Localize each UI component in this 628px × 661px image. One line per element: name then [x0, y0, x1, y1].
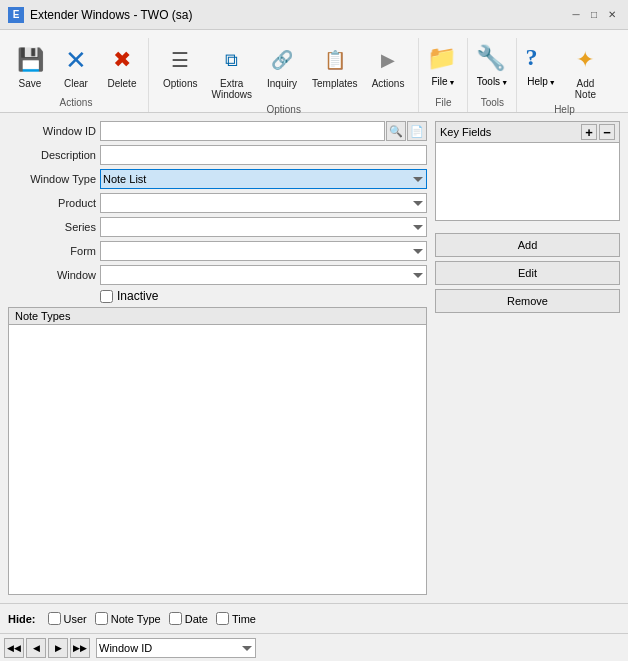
nav-dropdown[interactable]: Window ID	[96, 638, 256, 658]
edit-button[interactable]: Edit	[435, 261, 620, 285]
tools-label: Tools	[477, 76, 500, 87]
window-id-row: Window ID 🔍 📄	[8, 121, 427, 141]
key-fields-add-btn[interactable]: +	[581, 124, 597, 140]
note-types-header: Note Types	[9, 308, 426, 325]
time-checkbox[interactable]	[216, 612, 229, 625]
ribbon-file-items: 📁 File ▼	[423, 38, 463, 95]
templates-label: Templates	[312, 78, 358, 89]
inquiry-button[interactable]: 🔗 Inquiry	[260, 42, 304, 91]
time-label: Time	[232, 613, 256, 625]
note-type-checkbox[interactable]	[95, 612, 108, 625]
clear-button[interactable]: ✕ Clear	[54, 42, 98, 91]
templates-button[interactable]: 📋 Templates	[306, 42, 364, 91]
actions-button[interactable]: ▶ Actions	[366, 42, 411, 91]
note-types-box: Note Types	[8, 307, 427, 595]
product-label: Product	[8, 197, 96, 209]
ribbon-options-items: ☰ Options ⧉ ExtraWindows 🔗 Inquiry 📋 Tem…	[157, 38, 410, 102]
inactive-checkbox[interactable]	[100, 290, 113, 303]
time-checkbox-item: Time	[216, 612, 256, 625]
add-note-label: AddNote	[575, 78, 596, 100]
form-label: Form	[8, 245, 96, 257]
title-bar-text: Extender Windows - TWO (sa)	[30, 8, 568, 22]
window-id-label: Window ID	[8, 125, 96, 137]
inquiry-icon: 🔗	[266, 44, 298, 76]
ribbon-group-actions: 💾 Save ✕ Clear ✖ Delete Actions	[4, 38, 149, 112]
form-select[interactable]	[100, 241, 427, 261]
window-label: Window	[8, 269, 96, 281]
nav-first-button[interactable]: ◀◀	[4, 638, 24, 658]
file-icon: 📁	[427, 44, 459, 76]
nav-prev-button[interactable]: ◀	[26, 638, 46, 658]
ribbon-tools-items: 🔧 Tools ▼	[472, 38, 512, 95]
help-group-label: Help	[521, 102, 607, 119]
product-row: Product	[8, 193, 427, 213]
note-type-checkbox-item: Note Type	[95, 612, 161, 625]
series-row: Series	[8, 217, 427, 237]
delete-icon: ✖	[106, 44, 138, 76]
window-type-label: Window Type	[8, 173, 96, 185]
help-button[interactable]: ? Help ▼	[521, 42, 561, 89]
user-checkbox[interactable]	[48, 612, 61, 625]
delete-button[interactable]: ✖ Delete	[100, 42, 144, 91]
file-button[interactable]: 📁 File ▼	[423, 42, 463, 89]
inquiry-label: Inquiry	[267, 78, 297, 89]
actions-group-label: Actions	[8, 95, 144, 112]
key-fields-content	[436, 143, 619, 220]
close-button[interactable]: ✕	[604, 7, 620, 23]
window-row: Window	[8, 265, 427, 285]
options-button[interactable]: ☰ Options	[157, 42, 203, 91]
form-row: Form	[8, 241, 427, 261]
actions-label: Actions	[372, 78, 405, 89]
key-fields-buttons: + −	[581, 124, 615, 140]
right-action-buttons: Add Edit Remove	[435, 233, 620, 313]
product-select[interactable]	[100, 193, 427, 213]
remove-button[interactable]: Remove	[435, 289, 620, 313]
tools-arrow-icon: ▼	[501, 79, 508, 86]
date-checkbox-item: Date	[169, 612, 208, 625]
tools-button[interactable]: 🔧 Tools ▼	[472, 42, 512, 89]
minimize-button[interactable]: ─	[568, 7, 584, 23]
save-label: Save	[19, 78, 42, 89]
maximize-button[interactable]: □	[586, 7, 602, 23]
title-bar: E Extender Windows - TWO (sa) ─ □ ✕	[0, 0, 628, 30]
inactive-row: Inactive	[8, 289, 427, 303]
nav-last-button[interactable]: ▶▶	[70, 638, 90, 658]
ribbon-group-options: ☰ Options ⧉ ExtraWindows 🔗 Inquiry 📋 Tem…	[149, 38, 419, 112]
left-panel: Window ID 🔍 📄 Description Window Type No…	[8, 121, 427, 595]
key-fields-panel: Key Fields + −	[435, 121, 620, 221]
note-types-title: Note Types	[15, 310, 70, 322]
title-bar-controls: ─ □ ✕	[568, 7, 620, 23]
ribbon-group-tools: 🔧 Tools ▼ Tools	[468, 38, 517, 112]
series-select[interactable]	[100, 217, 427, 237]
help-label-row: Help ▼	[527, 76, 556, 87]
extra-windows-label: ExtraWindows	[211, 78, 252, 100]
description-input[interactable]	[100, 145, 427, 165]
ribbon-group-file: 📁 File ▼ File	[419, 38, 468, 112]
note-type-label: Note Type	[111, 613, 161, 625]
key-fields-header: Key Fields + −	[436, 122, 619, 143]
app-icon: E	[8, 7, 24, 23]
window-id-search-btn[interactable]: 🔍	[386, 121, 406, 141]
user-label: User	[64, 613, 87, 625]
window-select[interactable]	[100, 265, 427, 285]
extra-windows-button[interactable]: ⧉ ExtraWindows	[205, 42, 258, 102]
right-panel: Key Fields + − Add Edit Remove	[435, 121, 620, 595]
window-type-select[interactable]: Note List Standard Modal	[100, 169, 427, 189]
window-id-input-group: 🔍 📄	[100, 121, 427, 141]
hide-label: Hide:	[8, 613, 36, 625]
description-row: Description	[8, 145, 427, 165]
save-icon: 💾	[14, 44, 46, 76]
help-label: Help	[527, 76, 548, 87]
nav-next-button[interactable]: ▶	[48, 638, 68, 658]
add-button[interactable]: Add	[435, 233, 620, 257]
date-checkbox[interactable]	[169, 612, 182, 625]
window-type-row: Window Type Note List Standard Modal	[8, 169, 427, 189]
save-button[interactable]: 💾 Save	[8, 42, 52, 91]
window-id-browse-btn[interactable]: 📄	[407, 121, 427, 141]
key-fields-remove-btn[interactable]: −	[599, 124, 615, 140]
note-types-content[interactable]	[9, 325, 426, 589]
nav-bar: ◀◀ ◀ ▶ ▶▶ Window ID	[0, 633, 628, 661]
window-id-input[interactable]	[100, 121, 385, 141]
tools-group-label: Tools	[472, 95, 512, 112]
add-note-button[interactable]: ✦ AddNote	[563, 42, 607, 102]
